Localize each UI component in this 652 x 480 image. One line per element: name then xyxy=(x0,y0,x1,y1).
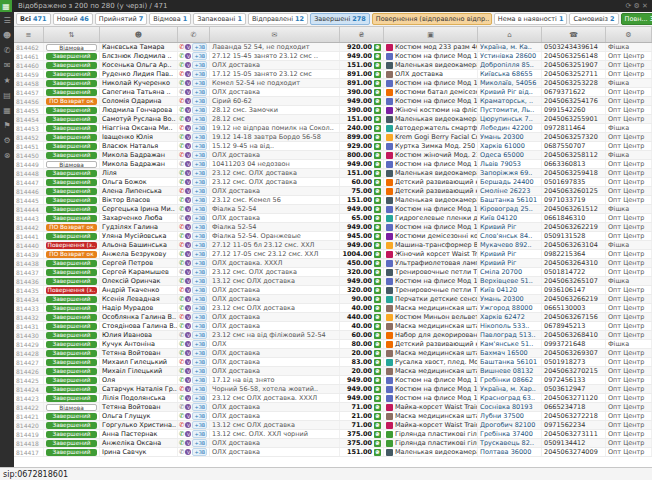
status-badge[interactable]: Завершений xyxy=(46,260,97,267)
viber-icon[interactable]: V xyxy=(185,377,191,383)
client-name[interactable]: Віктор Власов xyxy=(100,196,178,204)
status-badge[interactable]: Завершений xyxy=(46,62,97,69)
phone-call-icon[interactable]: ✆ xyxy=(179,134,184,141)
status-badge[interactable]: Завершений xyxy=(46,413,97,420)
status-badge[interactable]: Завершений xyxy=(46,215,97,222)
Іващенко Юлія[interactable]: 814452 Завершений Іващенко Юлія ✆ V +ЗВ … xyxy=(14,133,652,142)
viber-icon[interactable]: V xyxy=(185,278,191,284)
Сергецька Ірина Ми..[interactable]: 814444 Завершений Сергецька Ірина Ми.. ✆… xyxy=(14,205,652,214)
client-name[interactable]: Іващенко Юлія xyxy=(100,133,178,141)
status-badge[interactable]: Завершений xyxy=(46,332,97,339)
viber-icon[interactable]: V xyxy=(185,296,191,302)
phone-call-icon[interactable]: ✆ xyxy=(179,251,184,258)
phone-call-icon[interactable]: ✆ xyxy=(179,305,184,312)
status-badge[interactable]: Завершений xyxy=(46,314,97,321)
viber-icon[interactable]: V xyxy=(185,404,191,410)
col-comment-icon[interactable]: ✉ xyxy=(210,27,340,42)
client-name[interactable]: Сергей Петров xyxy=(100,259,178,267)
Власюк Наталья[interactable]: 814451 Завершений Власюк Наталья ✆ V +ЗВ… xyxy=(14,142,652,151)
status-badge[interactable]: Завершений xyxy=(46,305,97,312)
client-name[interactable]: Юлия Иванова xyxy=(100,331,178,339)
viber-icon[interactable]: V xyxy=(185,143,191,149)
viber-icon[interactable]: V xyxy=(185,125,191,131)
status-badge[interactable]: Завершений xyxy=(46,296,97,303)
status-badge[interactable]: Завершений xyxy=(46,395,97,402)
client-name[interactable]: Ліля xyxy=(100,169,178,177)
client-name[interactable]: Руденко Лидия Пав.. xyxy=(100,70,178,78)
Ірина Савчук[interactable]: 814417 Завершений Ірина Савчук ✆ V +ЗВ О… xyxy=(14,448,652,457)
client-name[interactable]: Олексій Оринчак xyxy=(100,277,178,285)
Надір Мурадов[interactable]: 814433 Завершений Надір Мурадов ✆ V +ЗВ … xyxy=(14,304,652,313)
phone-call-icon[interactable]: ✆ xyxy=(179,170,184,177)
Оля[interactable]: 814425 Завершений Оля ✆ V +ЗВ 17.12 на в… xyxy=(14,376,652,385)
tab-packed[interactable]: Запаковані 1 xyxy=(193,13,246,25)
viber-icon[interactable]: V xyxy=(185,107,191,113)
phone-call-icon[interactable]: ✆ xyxy=(179,71,184,78)
Альона Башинська[interactable]: 814440 Повернення (з.. Альона Башинська … xyxy=(14,241,652,250)
viber-icon[interactable]: V xyxy=(185,161,191,167)
status-badge[interactable]: Завершений xyxy=(46,197,97,204)
phone-call-icon[interactable]: ✆ xyxy=(179,107,184,114)
status-badge[interactable]: Завершений xyxy=(46,323,97,330)
favorites-icon[interactable]: ★ xyxy=(3,77,10,85)
phone-call-icon[interactable]: ✆ xyxy=(179,89,184,96)
client-name[interactable]: Оля xyxy=(100,376,178,384)
phone-call-icon[interactable]: ✆ xyxy=(179,395,184,402)
viber-icon[interactable]: V xyxy=(185,269,191,275)
client-name[interactable]: Уляна Мусійовська xyxy=(100,232,178,240)
Соломія Одарина[interactable]: 814456 ПО Возврат ок Соломія Одарина ✆ V… xyxy=(14,97,652,106)
tab-sent[interactable]: Відправлені 12 xyxy=(248,13,308,25)
products-icon[interactable]: ▦ xyxy=(3,107,11,115)
phone-call-icon[interactable]: ✆ xyxy=(179,125,184,132)
status-badge[interactable]: Завершений xyxy=(46,368,97,375)
phone-call-icon[interactable]: ✆ xyxy=(179,161,184,168)
status-badge[interactable]: Завершений xyxy=(46,143,97,150)
Тетяна Войтован[interactable]: 814422 Відмова Тетяна Войтован ✆ V +ЗВ О… xyxy=(14,403,652,412)
status-badge[interactable]: Завершений xyxy=(46,53,97,60)
client-name[interactable]: Ксенія Левадная xyxy=(100,295,178,303)
phone-call-icon[interactable]: ✆ xyxy=(179,179,184,186)
Юлия Иванова[interactable]: 814430 Завершений Юлия Иванова ✆ V +ЗВ 2… xyxy=(14,331,652,340)
logout-icon[interactable]: ⊗ xyxy=(4,152,11,160)
Уляна Мусійовська[interactable]: 814441 Завершений Уляна Мусійовська ✆ V … xyxy=(14,232,652,241)
Блєзнюк Людмила ..[interactable]: 814461 Завершений Блєзнюк Людмила .. ✆ V… xyxy=(14,52,652,61)
Кучук Антоніна[interactable]: 814429 Завершений Кучук Антоніна ✆ V +ЗВ… xyxy=(14,340,652,349)
client-name[interactable]: Анжела Безрукову xyxy=(100,250,178,258)
viber-icon[interactable]: V xyxy=(185,224,191,230)
status-badge[interactable]: Завершений xyxy=(46,233,97,240)
viber-icon[interactable]: V xyxy=(185,359,191,365)
viber-icon[interactable]: V xyxy=(185,152,191,158)
viber-icon[interactable]: V xyxy=(185,350,191,356)
Ніаггіна Оксана Ми..[interactable]: 814453 Завершений Ніаггіна Оксана Ми.. ✆… xyxy=(14,124,652,133)
client-name[interactable]: Андрій Ткаченко xyxy=(100,286,178,294)
Олексій Оринчак[interactable]: 814436 Завершений Олексій Оринчак ✆ V +З… xyxy=(14,277,652,286)
viber-icon[interactable]: V xyxy=(185,422,191,428)
phone-call-icon[interactable]: ✆ xyxy=(179,386,184,393)
status-badge[interactable]: ПО Возврат ок xyxy=(46,98,97,105)
client-name[interactable]: Власюк Наталья xyxy=(100,142,178,150)
col-product-icon[interactable]: ▣ xyxy=(384,27,478,42)
Сапегина Татьяна ..[interactable]: 814457 Завершений Сапегина Татьяна .. ✆ … xyxy=(14,88,652,97)
col-id-icon[interactable]: ≡ xyxy=(14,27,44,42)
viber-icon[interactable]: V xyxy=(185,233,191,239)
viber-icon[interactable]: V xyxy=(185,116,191,122)
status-badge[interactable]: Завершений xyxy=(46,80,97,87)
viber-icon[interactable]: V xyxy=(185,170,191,176)
status-badge[interactable]: Завершений xyxy=(46,116,97,123)
Канєвська Тамара[interactable]: 814462 Відмова Канєвська Тамара ✆ V +ЗВ … xyxy=(14,43,652,52)
phone-call-icon[interactable]: ✆ xyxy=(179,233,184,240)
client-name[interactable]: Тетяна Войтован xyxy=(100,403,178,411)
client-name[interactable]: Самотуй Руслана Во.. xyxy=(100,115,178,123)
Микола Бадражан[interactable]: 814449 Відмова Микола Бадражан ✆ V +ЗВ 1… xyxy=(14,160,652,169)
phone-call-icon[interactable]: ✆ xyxy=(179,341,184,348)
tab-returning[interactable]: Повернення (відправлено відпр.. 4 xyxy=(372,13,492,25)
col-status-icon[interactable]: ⇅ xyxy=(44,27,100,42)
tab-full[interactable]: Повн... 3 xyxy=(621,13,652,25)
viber-icon[interactable]: V xyxy=(185,431,191,437)
client-name[interactable]: Канєвська Тамара xyxy=(100,43,178,51)
client-name[interactable]: Михаіл Гілецький xyxy=(100,367,178,375)
Сергей Карамышев[interactable]: 814437 Завершений Сергей Карамышев ✆ V +… xyxy=(14,268,652,277)
viber-icon[interactable]: V xyxy=(185,440,191,446)
phone-call-icon[interactable]: ✆ xyxy=(179,197,184,204)
client-name[interactable]: Ольга Глущук xyxy=(100,412,178,420)
